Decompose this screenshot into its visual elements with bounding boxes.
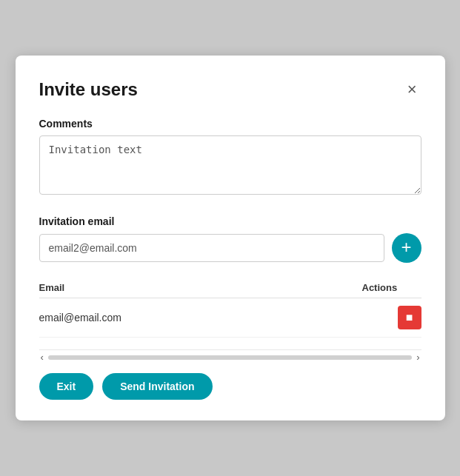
- add-email-button[interactable]: +: [392, 233, 421, 263]
- modal-title: Invite users: [39, 79, 138, 100]
- row-email: email@email.com: [39, 312, 362, 324]
- table-row: email@email.com ■: [39, 298, 421, 338]
- row-actions: ■: [362, 306, 421, 329]
- email-table: Email Actions email@email.com ■: [39, 278, 421, 338]
- scrollbar-track: [48, 355, 412, 360]
- scroll-right-button[interactable]: ›: [415, 352, 421, 363]
- modal-overlay: Invite users × Comments Invitation text …: [0, 0, 460, 476]
- modal-header: Invite users ×: [39, 79, 421, 100]
- table-header: Email Actions: [39, 278, 421, 298]
- invite-users-modal: Invite users × Comments Invitation text …: [16, 56, 445, 420]
- scroll-left-button[interactable]: ‹: [39, 352, 45, 363]
- exit-button[interactable]: Exit: [39, 373, 94, 400]
- invitation-email-label: Invitation email: [39, 215, 421, 227]
- email-input[interactable]: [39, 234, 384, 262]
- delete-icon: ■: [406, 311, 413, 324]
- modal-footer: Exit Send Invitation: [39, 373, 421, 400]
- scrollbar-area: ‹ ›: [39, 349, 421, 360]
- invitation-email-section: Invitation email +: [39, 215, 421, 263]
- comments-section: Comments Invitation text: [39, 118, 421, 198]
- scroll-right-icon: ›: [416, 352, 419, 363]
- close-button[interactable]: ×: [403, 80, 421, 99]
- comments-textarea[interactable]: Invitation text: [39, 135, 421, 195]
- delete-row-button[interactable]: ■: [398, 306, 421, 329]
- col-header-email: Email: [39, 282, 362, 293]
- col-header-actions: Actions: [362, 282, 421, 293]
- comments-label: Comments: [39, 118, 421, 130]
- send-invitation-button[interactable]: Send Invitation: [102, 373, 212, 400]
- plus-icon: +: [401, 238, 411, 256]
- scroll-left-icon: ‹: [41, 352, 44, 363]
- email-input-row: +: [39, 233, 421, 263]
